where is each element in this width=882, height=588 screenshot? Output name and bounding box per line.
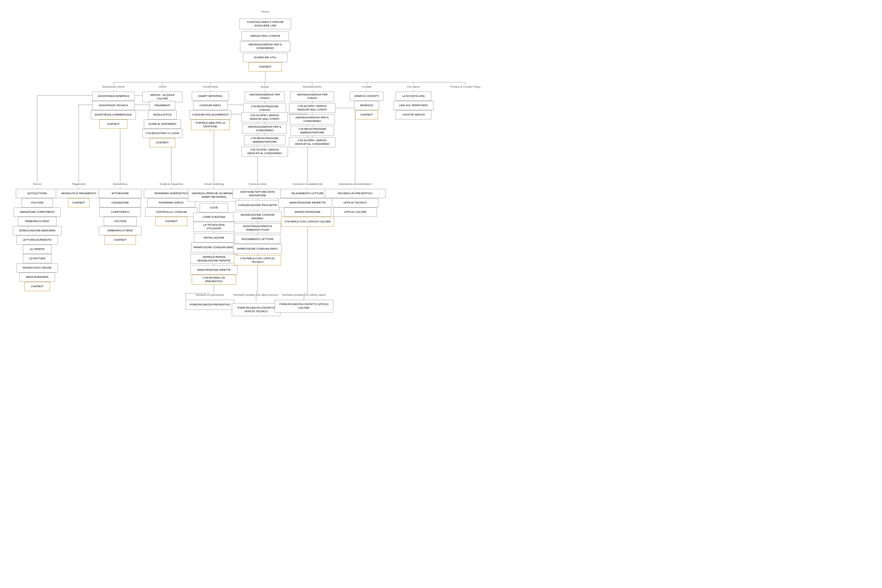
vantaggi-sm-box[interactable]: VANTAGGI (PERCHÉ UN IMPIANTO SMART METER… — [188, 189, 240, 202]
guide-link-box[interactable]: GUIDE/LINK UTILI — [243, 53, 288, 62]
chatbot-contatti-box[interactable]: CHATBOT — [355, 110, 378, 120]
rendicontazione-box[interactable]: RENDICONTAZIONE — [284, 207, 331, 217]
indirizzo-box[interactable]: INDIRIZZO — [354, 101, 379, 110]
assistenza-commerciale-box[interactable]: ASSISTENZA COMMERCIALE — [91, 110, 136, 120]
ripartizione-consumi-sm-box[interactable]: RIPARTIZIONE CONSUMI IDRICI — [191, 243, 237, 252]
voltura-mod-box[interactable]: VOLTURA — [104, 217, 136, 226]
home-node: Home — [248, 10, 283, 14]
tecnologia-box[interactable]: LA TECNOLOGIA UTILIZZATA — [193, 222, 235, 232]
la-societa-box[interactable]: LA SOCIETÀ LIRA — [396, 92, 431, 101]
contatti-label: Contatti — [352, 85, 381, 88]
condominio-label: Condominio — [194, 85, 226, 88]
pagamenti-utenti-box[interactable]: PAGAMENTI — [150, 101, 175, 110]
come-funziona-box[interactable]: COME FUNZIONA — [193, 213, 235, 222]
form-richiesta-box[interactable]: FORM RICHIESTA PREVENTIVO — [186, 300, 234, 310]
rimborso-terzi-mod-box[interactable]: RIMBORSO A TERZI — [99, 226, 142, 236]
assistenza-rimborso-box[interactable]: ASSISTENZA PRATICA RIMBORSO FUGA — [234, 223, 281, 233]
lettura-remoto-box[interactable]: LETTURA DA REMOTO — [16, 236, 58, 244]
chatbot-pagamenti-box[interactable]: CHATBOT — [68, 198, 89, 207]
chatbot-modulistica-box[interactable]: CHATBOT — [105, 236, 136, 244]
guide-risparmio-box[interactable]: GUIDE AL RISPARMIO — [144, 120, 181, 129]
lira-territorio-box[interactable]: LIRA SUL TERRITORIO — [393, 101, 434, 110]
consumi-idrici-box[interactable]: CONSUMI IDRICI — [193, 101, 228, 110]
utenti-label: Utenti — [148, 85, 177, 88]
servizi-utente-box[interactable]: SERVIZI PER L'UTENTE — [242, 32, 289, 41]
voltura-box[interactable]: VOLTURA — [21, 198, 53, 207]
smart-metering-box[interactable]: SMART METERING — [192, 92, 229, 101]
modalita-pagamento-box[interactable]: MODALITÀ DI PAGAMENTO — [56, 189, 102, 198]
domiciliazione-box[interactable]: DOMICILIAZIONE BANCARIA — [13, 226, 62, 236]
privacy-label: Privacy & Cookie Policy — [442, 85, 489, 88]
tree-container: Home COSA FACCIAMO E PERCHÉ SCEGLIERE LI… — [0, 0, 882, 588]
chatbot-servizi-box[interactable]: CHATBOT — [24, 282, 50, 291]
cta-scopri-utenti-box[interactable]: CTA SCOPRI I SERVIZI DEDICATI AGLI UTENT… — [242, 112, 288, 122]
manutenzione-indiretta-box[interactable]: MANUTENZIONE INDIRETTA — [278, 198, 337, 207]
installazione-box[interactable]: INSTALLAZIONE — [194, 233, 234, 243]
verifica-rapida-box[interactable]: VERIFICA RAPIDA SEGNALAZIONE PERDITE — [190, 254, 237, 264]
chatbot-guide-box[interactable]: CHATBOT — [155, 217, 188, 226]
gestione-fatture-box[interactable]: GESTIONE FATTURE ENTE EROGATORE — [232, 189, 282, 199]
vantaggi-condominio-box[interactable]: VANTAGGI/SERVIZI PER IL CONDOMINIO — [240, 41, 290, 52]
cta-ufficio-tecnico-box[interactable]: CTA PARLA CON L'UFFICIO TECNICO — [234, 255, 281, 266]
grari-contatti-box[interactable]: GRARI E CONTATTI — [350, 92, 383, 101]
cta-reg-amm-risc-box[interactable]: CTA REGISTRAZIONE AMMINISTRATORE — [290, 126, 334, 136]
chi-siamo-label: Chi siamo — [399, 85, 428, 88]
cosa-facciamo-box[interactable]: COSA FACCIAMO E PERCHÉ SCEGLIERE LIRA — [239, 19, 291, 29]
consumi-riscaldamento-box[interactable]: CONSUMI RISCALDAMENTO — [189, 110, 231, 120]
autolettura-box[interactable]: AUTOLETTURA — [16, 189, 58, 198]
cta-richiedi-preventivo-box[interactable]: CTA RICHIEDI UN PREVENTIVO — [192, 274, 236, 285]
ufficio-calore-amm-box[interactable]: UFFICIO CALORE — [333, 207, 377, 217]
assistenza-utenti-label: Assistenza Utenti — [94, 85, 133, 88]
richiedi-preventivo-amm-box[interactable]: RICHIEDI UN PREVENTIVO — [325, 189, 386, 198]
modulistica-lbl: Modulistica — [105, 182, 136, 186]
chatbot-assistenza-box[interactable]: CHATBOT — [99, 120, 128, 129]
assistenza-tecnica-box[interactable]: ASSISTENZA TECNICA — [92, 101, 135, 110]
area-riservata-box[interactable]: AREA RISERVATA — [20, 273, 55, 282]
variazione-componenti-box[interactable]: VARIAZIONE COMPONENTI — [14, 207, 61, 217]
cta-registrati-box[interactable]: CTA REGISTRATI O LOGIN — [142, 129, 182, 138]
rilevamento-letture-ci-box[interactable]: RILEVAMENTO LETTURE — [235, 235, 280, 244]
manutenzione-diretta-box[interactable]: MANUTENZIONE DIRETTA — [190, 266, 237, 274]
cose-box[interactable]: COS'È — [200, 203, 228, 213]
cta-scopri-condominio-risc-box[interactable]: CTA SCOPRI I SERVIZI DEDICATI AL CONDOMI… — [289, 137, 336, 147]
vantaggi-condominio-acq-box[interactable]: VANTAGGI/SERVIZI PER IL CONDOMINIO — [243, 124, 287, 134]
attivazione-box[interactable]: ATTIVAZIONE — [99, 189, 142, 198]
comunicazione-procapite-box[interactable]: COMUNICAZIONE PROCAPITE — [236, 200, 280, 210]
cta-scopri-condominio-box[interactable]: CTA SCOPRI I SERVIZI DEDICATI AL CONDOMI… — [242, 147, 288, 157]
home-label: Home — [248, 10, 283, 13]
consumi-idrici-lbl: Consumi idrici — [240, 182, 274, 186]
rimborsi-box[interactable]: RIMBORSI A TERZI — [18, 217, 57, 226]
riscaldamento-label: Riscaldamento — [292, 85, 332, 88]
form-contatto-calore-box[interactable]: FORM RICHIESTA CONTATTO UFFICIO CALORE — [274, 300, 333, 313]
ufficio-tecnico-amm-box[interactable]: UFFICIO TECNICO — [332, 198, 378, 207]
pagamenti-lbl: Pagamenti — [63, 182, 94, 186]
assistenza-generica-box[interactable]: ASSISTENZA GENERICA — [92, 92, 135, 101]
richiedi-ufficio-tecnico-lbl: Richiedi contatto con ufficio tecnico — [231, 293, 281, 297]
controlla-consumi-box[interactable]: CONTROLLA I CONSUMI — [145, 207, 197, 217]
chatbot-home-box[interactable]: CHATBOT — [249, 62, 282, 72]
ripartizione-consumi-ci-box[interactable]: RIPARTIZIONE CONSUMI IDRICI — [233, 244, 282, 254]
segnalazione-consumi-box[interactable]: SEGNALAZIONE CONSUMI ANOMALI — [233, 212, 282, 222]
i-nostri-servizi-box[interactable]: I NOSTRI SERVIZI — [396, 110, 431, 120]
modulistica-box[interactable]: MODULISTICA — [148, 110, 177, 120]
chatbot-utenti-box[interactable]: CHATBOT — [150, 138, 175, 147]
form-contatto-tecnico-box[interactable]: FORM RICHIESTA CONTATTO UFFICIO TECNICO — [232, 303, 280, 316]
componenti-box[interactable]: COMPONENTI — [99, 207, 141, 217]
vantaggi-condominio-risc-box[interactable]: VANTAGGI/SERVIZI PER IL CONDOMINIO — [290, 114, 335, 124]
le-tariffe-box[interactable]: LE TARIFFE — [23, 244, 51, 254]
acqua-label: Acqua — [252, 85, 278, 88]
cta-ufficio-calore-box[interactable]: CTA PARLA CON L'UFFICIO CALORE — [281, 217, 334, 227]
consumi-riscaldamento-lbl: Consumi riscaldamento — [282, 182, 333, 186]
richiedi-preventivo-lbl: Richiedi un preventivo — [185, 293, 235, 297]
vantaggi-utenti-risc-box[interactable]: VANTAGGI/SERVIZI PER UTENTI — [290, 92, 334, 102]
assistenza-amm-lbl: Assistenza Amministratori — [328, 182, 382, 186]
rendiconto-online-box[interactable]: RENDICONTO ONLINE — [16, 263, 58, 273]
smart-metering-lbl: Smart metering — [196, 182, 232, 186]
cessazione-box[interactable]: CESSAZIONE — [99, 198, 141, 207]
guide-risparmio-lbl: Guide al risparmio — [152, 182, 191, 186]
portale-web-box[interactable]: PORTALE WEB PER LA GESTIONE — [191, 120, 230, 130]
cta-scopri-utenti-risc-box[interactable]: CTA SCOPRI I SERVIZI DEDICATI AGLI UTENT… — [289, 103, 336, 113]
vantaggi-utenti-acq-box[interactable]: VANTAGGI/SERVIZI PER UTENTI — [244, 92, 285, 102]
la-fattura-box[interactable]: LA FATTURA — [23, 254, 51, 263]
cta-reg-amm-box[interactable]: CTA REGISTRAZIONE AMMINISTRATORE — [244, 135, 285, 145]
